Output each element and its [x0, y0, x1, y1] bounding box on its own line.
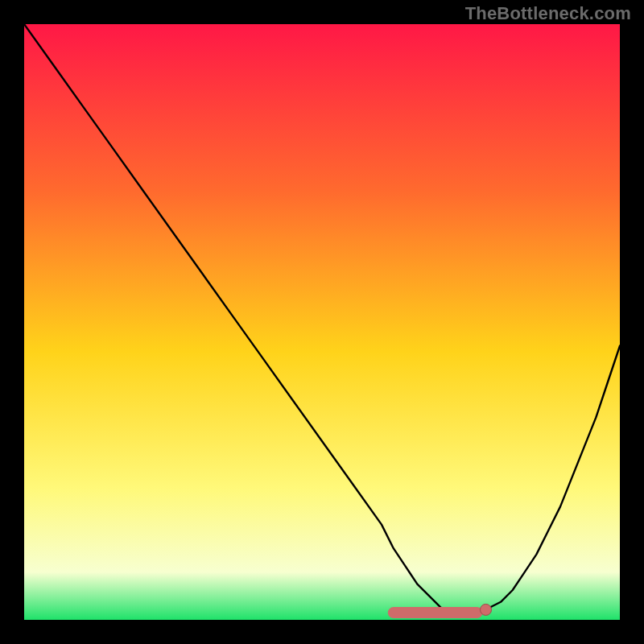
optimal-point-marker [481, 604, 492, 615]
chart-frame: TheBottleneck.com [0, 0, 644, 644]
plot-area [24, 24, 620, 620]
watermark-text: TheBottleneck.com [465, 3, 631, 24]
bottleneck-chart [24, 24, 620, 620]
gradient-background [24, 24, 620, 620]
